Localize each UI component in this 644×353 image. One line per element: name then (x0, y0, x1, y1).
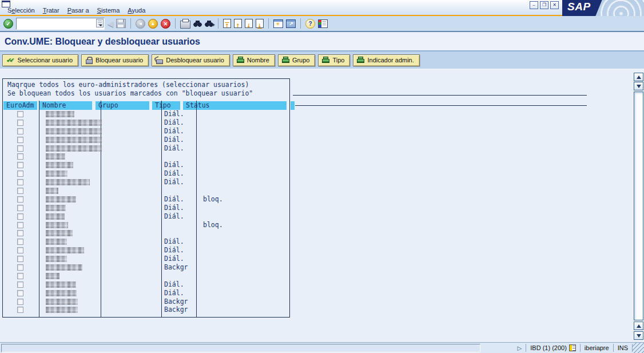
app-button-label: Nombre (247, 57, 269, 64)
menu-tratar[interactable]: Tratar (39, 6, 63, 15)
user-row: bloq. (3, 221, 289, 229)
user-row: Diál. (3, 255, 289, 263)
euroadm-checkbox[interactable] (17, 179, 23, 185)
help-icon[interactable]: ? (305, 19, 315, 29)
sort-by-name-button[interactable]: Nombre (233, 54, 275, 66)
new-session-icon[interactable]: ✳ (273, 19, 283, 28)
sap-window: SelecciónTratarPasar aSistemaAyuda –❐✕ S… (0, 0, 644, 353)
tipo-cell: Backgr (164, 298, 188, 306)
euroadm-checkbox[interactable] (17, 264, 23, 271)
scrollbar-thumb[interactable] (634, 92, 643, 320)
command-field[interactable] (17, 18, 104, 29)
title-area: Conv.UME: Bloquear y desbloquear usuario… (0, 33, 644, 51)
app-button-label: Grupo (292, 57, 310, 64)
list-rule-line (293, 95, 587, 96)
header-overflow-stub (291, 101, 295, 110)
scroll-up-icon[interactable] (634, 73, 643, 81)
sort-by-type-button[interactable]: Tipo (318, 54, 350, 66)
save-icon[interactable] (116, 19, 126, 28)
redacted-username (46, 273, 59, 279)
redacted-username (46, 307, 78, 313)
user-row (3, 152, 289, 161)
menu-pasar-a[interactable]: Pasar a (63, 6, 93, 15)
back-icon[interactable]: ◀ (108, 19, 113, 29)
last-page-icon[interactable]: ↓ (256, 19, 264, 28)
user-row: Diál. (3, 118, 289, 127)
tipo-cell: Diál. (164, 195, 184, 204)
minimize-button[interactable]: – (530, 1, 538, 9)
euroadm-checkbox[interactable] (17, 213, 23, 220)
scroll-down-icon[interactable] (634, 331, 643, 340)
vertical-scrollbar[interactable] (634, 73, 643, 340)
exit-icon[interactable]: ▲ (148, 19, 158, 29)
column-header-status: Status (183, 101, 287, 110)
euroadm-checkbox[interactable] (17, 239, 23, 245)
tipo-cell: Diál. (164, 255, 184, 263)
sort-by-group-button[interactable]: Grupo (278, 54, 316, 66)
column-header-tipo: Tipo (152, 101, 180, 110)
euroadm-checkbox[interactable] (17, 247, 23, 253)
status-expand-icon[interactable]: ▷ (514, 345, 526, 351)
menu-sistema[interactable]: Sistema (93, 6, 124, 15)
euroadm-checkbox[interactable] (17, 162, 23, 168)
block-user-button[interactable]: Bloquear usuario (81, 54, 149, 66)
euroadm-checkbox[interactable] (17, 128, 23, 134)
euroadm-checkbox[interactable] (17, 307, 23, 313)
menu-selección[interactable]: Selección (3, 6, 39, 15)
tipo-cell: Backgr (164, 263, 188, 272)
next-page-icon[interactable]: ↓ (245, 19, 253, 28)
maximize-button[interactable]: ❐ (540, 1, 548, 9)
euroadm-checkbox[interactable] (17, 153, 23, 160)
euroadm-checkbox[interactable] (17, 137, 23, 143)
redacted-username (46, 145, 102, 152)
command-history-icon[interactable] (96, 19, 104, 27)
shortcut-icon[interactable]: ↗ (286, 19, 296, 28)
enter-icon[interactable]: ✓ (3, 19, 13, 29)
euroadm-checkbox[interactable] (17, 299, 23, 305)
euroadm-checkbox[interactable] (17, 205, 23, 211)
system-list-icon[interactable] (569, 344, 576, 351)
redacted-username (46, 120, 102, 126)
scroll-down-icon[interactable] (634, 82, 643, 90)
back-step-icon[interactable]: ◄ (136, 19, 145, 29)
status-server-field[interactable]: iberiapre (581, 344, 613, 351)
status-message-field[interactable] (1, 344, 480, 352)
tipo-cell: Diál. (164, 144, 184, 153)
user-row: Diál. (3, 110, 289, 118)
status-system-field[interactable]: IBD (1) (200) (526, 344, 580, 351)
status-right-cluster: ▷ IBD (1) (200) iberiapre INS (514, 343, 644, 353)
euroadm-checkbox[interactable] (17, 256, 23, 262)
euroadm-checkbox[interactable] (17, 230, 23, 236)
tipo-cell: Diál. (164, 204, 184, 212)
find-icon[interactable] (193, 20, 202, 27)
first-page-icon[interactable]: ↑ (223, 19, 231, 28)
unblock-user-button[interactable]: Desbloquear usuario (152, 54, 230, 66)
euroadm-checkbox[interactable] (17, 145, 23, 152)
menu-ayuda[interactable]: Ayuda (124, 6, 149, 15)
euroadm-checkbox[interactable] (17, 120, 23, 126)
euroadm-checkbox[interactable] (17, 281, 23, 288)
redacted-username (46, 170, 67, 177)
euroadm-checkbox[interactable] (17, 111, 23, 117)
euroadm-checkbox[interactable] (17, 290, 23, 296)
status-cell: bloq. (203, 195, 223, 204)
customize-layout-icon[interactable] (318, 19, 328, 28)
status-insert-mode[interactable]: INS (614, 344, 632, 351)
scroll-up-icon[interactable] (634, 322, 643, 330)
close-button[interactable]: ✕ (550, 1, 559, 9)
euroadm-checkbox[interactable] (17, 273, 23, 279)
screen-area: Maqrque todos los euro-administradores (… (0, 71, 644, 342)
previous-page-icon[interactable]: ↑ (234, 19, 242, 28)
redacted-username (46, 264, 82, 271)
sort-by-admin-flag-button[interactable]: Indicador admin. (353, 54, 419, 66)
select-user-button[interactable]: ✔✔Seleccionar usuario (2, 54, 78, 66)
cancel-icon[interactable]: ✕ (161, 19, 170, 29)
page-title: Conv.UME: Bloquear y desbloquear usuario… (5, 37, 644, 47)
print-icon[interactable] (180, 21, 190, 29)
euroadm-checkbox[interactable] (17, 222, 23, 228)
resize-grip[interactable] (633, 343, 644, 353)
euroadm-checkbox[interactable] (17, 196, 23, 203)
euroadm-checkbox[interactable] (17, 188, 23, 194)
find-next-icon[interactable] (205, 20, 213, 27)
euroadm-checkbox[interactable] (17, 170, 23, 177)
